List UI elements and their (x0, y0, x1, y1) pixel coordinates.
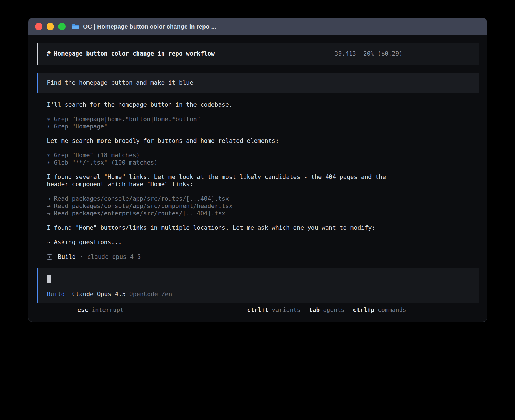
hint-label: agents (323, 307, 344, 313)
transcript-line: ∗ Grep "Home" (18 matches) (47, 152, 469, 159)
traffic-lights (35, 23, 66, 30)
status-left: ········ esc interrupt (41, 307, 124, 313)
spinner-icon: ········ (41, 307, 68, 313)
composer-footer: Build Claude Opus 4.5 OpenCode Zen (47, 291, 479, 298)
status-bar: ········ esc interrupt ctrl+t variants t… (37, 306, 479, 314)
build-agent-icon (47, 254, 52, 260)
hint-variants: ctrl+t variants (247, 307, 300, 313)
session-header: # Homepage button color change in repo w… (37, 43, 479, 65)
transcript-line: Let me search more broadly for buttons a… (47, 137, 469, 145)
status-hints: ctrl+t variants tab agents ctrl+p comman… (247, 307, 406, 313)
hint-label: commands (378, 307, 406, 313)
context-usage: 20% ($0.29) (363, 50, 403, 57)
transcript-line: ~ Asking questions... (47, 239, 469, 246)
hint-commands: ctrl+p commands (353, 307, 406, 313)
terminal-content: # Homepage button color change in repo w… (28, 35, 487, 314)
hint-agents: tab agents (309, 307, 344, 313)
transcript-line: header component which have "Home" links… (47, 181, 469, 188)
minimize-button[interactable] (47, 23, 54, 30)
composer-model: Claude Opus 4.5 (72, 291, 126, 298)
composer-mode: Build (47, 291, 65, 298)
agent-model: claude-opus-4-5 (87, 253, 141, 260)
transcript-line: I found "Home" buttons/links in multiple… (47, 224, 469, 231)
zoom-button[interactable] (58, 23, 66, 30)
transcript: I'll search for the homepage button in t… (47, 101, 469, 246)
token-count: 39,413 (335, 50, 356, 57)
agent-status-line: Build · claude-opus-4-5 (47, 253, 469, 261)
folder-icon (72, 23, 80, 30)
session-stats: 39,413 20% ($0.29) (335, 50, 403, 57)
hint-key: tab (309, 307, 320, 313)
transcript-line: ∗ Glob "**/*.tsx" (100 matches) (47, 159, 469, 166)
composer-provider: OpenCode Zen (129, 291, 172, 298)
window-title: OC | Homepage button color change in rep… (83, 23, 216, 30)
window-titlebar[interactable]: OC | Homepage button color change in rep… (28, 18, 487, 35)
agent-separator: · (80, 253, 83, 260)
user-message-text: Find the homepage button and make it blu… (47, 79, 193, 86)
transcript-line: → Read packages/enterprise/src/routes/[.… (47, 210, 469, 217)
close-button[interactable] (35, 23, 42, 30)
transcript-line: ∗ Grep "homepage|home.*button|Home.*butt… (47, 115, 469, 123)
text-cursor (47, 275, 51, 283)
esc-key: esc (77, 307, 88, 313)
hint-key: ctrl+t (247, 307, 269, 313)
message-input[interactable]: Build Claude Opus 4.5 OpenCode Zen (37, 268, 479, 303)
agent-name: Build (58, 253, 76, 260)
transcript-line: ∗ Grep "Homepage" (47, 123, 469, 130)
transcript-line: → Read packages/console/app/src/routes/[… (47, 195, 469, 202)
hint-label: variants (272, 307, 300, 313)
terminal-window: OC | Homepage button color change in rep… (28, 18, 487, 322)
hint-key: ctrl+p (353, 307, 374, 313)
interrupt-label: interrupt (91, 307, 124, 313)
transcript-line: I found several "Home" links. Let me loo… (47, 173, 469, 181)
transcript-line: I'll search for the homepage button in t… (47, 101, 469, 108)
user-message: Find the homepage button and make it blu… (37, 73, 479, 93)
session-title: # Homepage button color change in repo w… (47, 50, 215, 57)
transcript-line: → Read packages/console/app/src/componen… (47, 202, 469, 210)
